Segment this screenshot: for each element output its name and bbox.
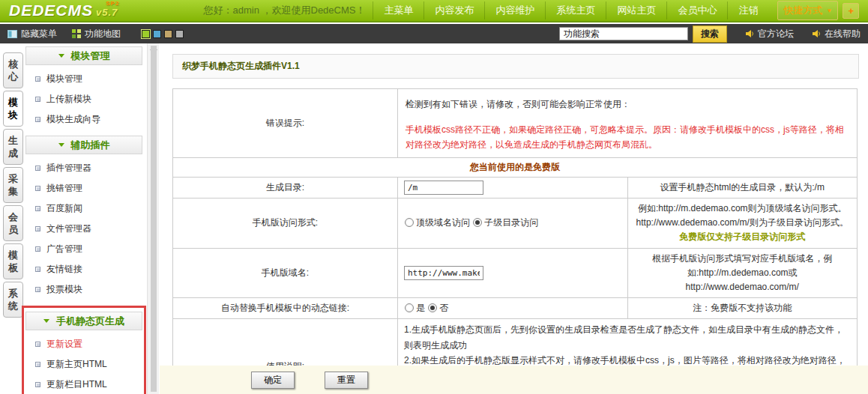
plugin-settings-table: 错误提示: 检测到有如下错误，请修改，否则可能会影响正常使用： 手机模板css路… (172, 88, 858, 394)
edition-row: 您当前使用的是免费版 (173, 157, 858, 177)
function-search-input[interactable] (559, 27, 688, 40)
tab-core[interactable]: 核心 (3, 52, 23, 88)
reset-button[interactable]: 重置 (325, 372, 368, 389)
section-header[interactable]: 辅助插件 (25, 136, 142, 154)
section-module-manage: 模块管理 模块管理 上传新模块 模块生成向导 (25, 46, 142, 130)
nav-system-home[interactable]: 系统主页 (545, 1, 606, 19)
radio-yes[interactable] (405, 303, 414, 312)
sidebar-scrollbar[interactable] (147, 43, 159, 394)
tab-member[interactable]: 会员 (3, 205, 23, 241)
radio-yes-label[interactable]: 是 (416, 303, 425, 313)
toolbar: 隐藏菜单 功能地图 搜索 官方论坛 在线帮助 (0, 24, 868, 43)
section-aux-plugins: 辅助插件 插件管理器 挑错管理 百度新闻 文件管理器 广告管理 友情链接 投票模… (25, 136, 142, 300)
quick-menu-button[interactable]: 快捷方式 ▼ (777, 1, 838, 20)
bullet-icon (35, 382, 40, 387)
theme-swatch-gray[interactable] (175, 30, 184, 38)
nav-content-publish[interactable]: 内容发布 (424, 1, 484, 19)
dedecms-logo: DEDECMSSP2v5.7 (9, 1, 118, 19)
error-label: 错误提示: (173, 89, 398, 158)
access-mode-label: 手机版访问形式: (173, 198, 398, 248)
form-footer: 确定 重置 (160, 366, 868, 394)
sidebar-item-update-category-html[interactable]: 更新栏目HTML (25, 375, 142, 394)
sidebar-item-plugin-manager[interactable]: 插件管理器 (25, 158, 142, 178)
auto-replace-row: 自动替换手机模板中的动态链接: 是 否 注：免费版不支持该功能 (173, 298, 858, 319)
feature-map-button[interactable]: 功能地图 (72, 28, 121, 40)
radio-sub-dir[interactable] (473, 218, 482, 227)
chevron-down-icon (43, 319, 49, 323)
sidebar-item-module-manage[interactable]: 模块管理 (25, 69, 142, 89)
section-header[interactable]: 手机静态页生成 (25, 312, 142, 330)
radio-no-label[interactable]: 否 (439, 303, 448, 313)
theme-swatch-green[interactable] (142, 30, 150, 38)
online-help-link[interactable]: 在线帮助 (812, 28, 861, 40)
mobile-domain-input[interactable] (404, 266, 483, 280)
auto-replace-label: 自动替换手机模板中的动态链接: (173, 298, 398, 319)
radio-top-domain-label[interactable]: 顶级域名访问 (416, 217, 470, 228)
sidebar-item-friend-links[interactable]: 友情链接 (25, 259, 142, 279)
chevron-down-icon: ▼ (826, 7, 832, 14)
confirm-button[interactable]: 确定 (251, 372, 295, 389)
gen-dir-desc: 设置手机静态html的生成目录，默认为:/m (627, 177, 858, 198)
tab-generate[interactable]: 生成 (3, 129, 23, 165)
logo-brand: DEDECMS (9, 1, 93, 19)
tab-template[interactable]: 模板 (3, 243, 23, 279)
nav-logout[interactable]: 注销 (727, 1, 768, 19)
nav-content-maintain[interactable]: 内容维护 (484, 1, 545, 19)
search-button[interactable]: 搜索 (693, 25, 727, 43)
access-mode-cell: 顶级域名访问 子级目录访问 (398, 198, 628, 248)
sidebar-item-ad-manage[interactable]: 广告管理 (25, 239, 142, 259)
section-title: 辅助插件 (71, 139, 110, 152)
free-edition-note: 免费版仅支持子级目录访问形式 (679, 231, 805, 242)
auto-replace-cell: 是 否 (398, 298, 628, 319)
sidebar-item-update-settings[interactable]: 更新设置 (25, 334, 142, 354)
nav-member-center[interactable]: 会员中心 (666, 1, 727, 19)
domain-desc: 根据手机版访问形式填写对应手机版域名，例如:http://m.dedemao.c… (627, 248, 858, 298)
error-intro-text: 检测到有如下错误，请修改，否则可能会影响正常使用： (406, 98, 849, 111)
edition-notice: 您当前使用的是免费版 (173, 157, 858, 177)
theme-swatch-tan[interactable] (164, 30, 172, 38)
radio-no[interactable] (428, 303, 437, 312)
radio-sub-dir-label[interactable]: 子级目录访问 (484, 217, 538, 228)
sidebar-item-update-home-html[interactable]: 更新主页HTML (25, 354, 142, 375)
bullet-icon (35, 97, 40, 102)
gen-dir-label: 生成目录: (173, 177, 398, 198)
hide-menu-button[interactable]: 隐藏菜单 (7, 28, 57, 40)
sidebar-item-module-wizard[interactable]: 模块生成向导 (25, 109, 142, 130)
main-content: 织梦手机静态页生成插件V1.1 错误提示: 检测到有如下错误，请修改，否则可能会… (160, 43, 868, 394)
tab-system[interactable]: 系统 (3, 282, 23, 318)
bullet-icon (35, 76, 40, 82)
section-mobile-static-highlighted: 手机静态页生成 更新设置 更新主页HTML 更新栏目HTML 更新文档HTML … (22, 306, 146, 394)
radio-top-domain[interactable] (405, 218, 414, 227)
gen-dir-input[interactable] (404, 181, 483, 195)
quick-add-button[interactable]: + (843, 3, 859, 19)
sidebar-item-baidu-news[interactable]: 百度新闻 (25, 198, 142, 219)
scrollbar-thumb[interactable] (151, 46, 157, 392)
sidebar-item-vote-module[interactable]: 投票模块 (25, 279, 142, 300)
speaker-icon (745, 29, 754, 38)
bullet-icon (35, 246, 40, 252)
sidebar-item-file-manager[interactable]: 文件管理器 (25, 219, 142, 239)
bullet-icon (35, 362, 40, 367)
sidebar-menu: 模块管理 模块管理 上传新模块 模块生成向导 辅助插件 插件管理器 挑错管理 百… (25, 46, 142, 394)
tab-module[interactable]: 模块 (3, 91, 23, 127)
theme-swatches (142, 30, 184, 38)
domain-label: 手机版域名: (173, 248, 398, 298)
bullet-icon (35, 342, 40, 347)
logo-version: SP2v5.7 (96, 7, 118, 18)
access-mode-desc: 例如:http://m.dedemao.com则为顶级域名访问形式。http:/… (627, 198, 858, 248)
section-title: 手机静态页生成 (56, 315, 124, 328)
sidebar-item-error-report[interactable]: 挑错管理 (25, 178, 142, 198)
section-header[interactable]: 模块管理 (25, 46, 142, 65)
greeting-text: 您好：admin ，欢迎使用DedeCMS！ (203, 4, 365, 17)
grid-icon (72, 29, 81, 38)
gen-dir-cell (398, 177, 628, 198)
panel-icon (7, 30, 17, 38)
tab-collect[interactable]: 采集 (3, 167, 23, 203)
error-row: 错误提示: 检测到有如下错误，请修改，否则可能会影响正常使用： 手机模板css路… (173, 89, 858, 158)
theme-swatch-blue[interactable] (153, 30, 161, 38)
sidebar-item-upload-module[interactable]: 上传新模块 (25, 89, 142, 109)
nav-site-home[interactable]: 网站主页 (606, 1, 666, 19)
bullet-icon (35, 117, 40, 122)
nav-main-menu[interactable]: 主菜单 (373, 1, 424, 19)
official-forum-link[interactable]: 官方论坛 (745, 28, 794, 40)
